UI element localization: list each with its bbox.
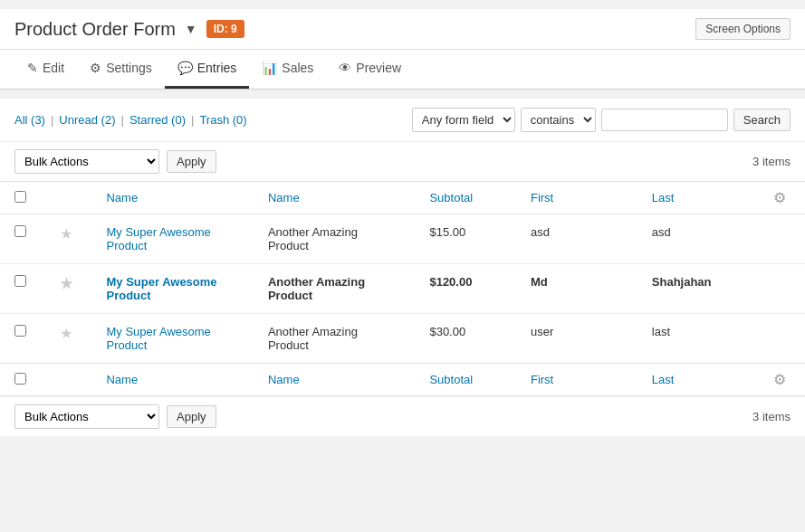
field-filter-select[interactable]: Any form field Name Email xyxy=(412,108,515,132)
star-icon-1[interactable]: ★ xyxy=(60,226,72,242)
tfoot-last: Last xyxy=(637,364,759,396)
row-first-cell: Md xyxy=(516,264,637,314)
row-name-link-3[interactable]: My Super Awesome Product xyxy=(106,325,210,352)
tab-settings-label: Settings xyxy=(106,61,152,75)
condition-filter-select[interactable]: contains is is not xyxy=(521,108,596,132)
tab-sales-label: Sales xyxy=(282,61,313,75)
row-product-cell: Another Amazing Product xyxy=(254,214,415,264)
gear-icon-top[interactable]: ⚙ xyxy=(773,190,786,205)
row-subtotal-value-3: $30.00 xyxy=(429,325,465,338)
row-name-link-1[interactable]: My Super Awesome Product xyxy=(106,225,210,252)
tfoot-product: Name xyxy=(254,364,415,396)
row-last-value-2: Shahjahan xyxy=(652,275,712,289)
select-all-checkbox-bottom[interactable] xyxy=(14,373,26,385)
th-subtotal: Subtotal xyxy=(415,182,516,214)
th-last-link[interactable]: Last xyxy=(652,191,675,204)
bulk-actions-select-bottom[interactable]: Bulk Actions Mark as Read Mark as Unread… xyxy=(14,404,159,429)
apply-button-top[interactable]: Apply xyxy=(167,150,216,173)
tab-preview[interactable]: 👁 Preview xyxy=(326,50,414,89)
tab-entries-label: Entries xyxy=(197,61,237,75)
select-all-checkbox-top[interactable] xyxy=(14,191,26,203)
filter-starred[interactable]: Starred (0) xyxy=(129,113,186,127)
row-checkbox-1[interactable] xyxy=(14,225,26,237)
row-first-value-2: Md xyxy=(531,275,548,289)
tfoot-name: Name xyxy=(91,364,253,396)
items-count-bottom: 3 items xyxy=(752,410,791,423)
table-body: ★ My Super Awesome Product Another Amazi… xyxy=(0,214,805,364)
th-name-link[interactable]: Name xyxy=(106,191,138,204)
row-checkbox-cell xyxy=(0,264,45,314)
tab-entries[interactable]: 💬 Entries xyxy=(165,50,250,89)
tfoot-last-link[interactable]: Last xyxy=(652,373,675,386)
chevron-down-icon[interactable]: ▼ xyxy=(185,22,197,36)
star-icon-2[interactable]: ★ xyxy=(60,276,72,291)
search-button[interactable]: Search xyxy=(733,109,791,131)
tfoot-name-link[interactable]: Name xyxy=(106,373,138,386)
row-subtotal-value-2: $120.00 xyxy=(429,275,472,289)
th-product-link[interactable]: Name xyxy=(268,191,300,204)
tab-edit[interactable]: ✎ Edit xyxy=(14,50,77,89)
separator-2: | xyxy=(120,113,123,127)
tfoot-subtotal-link[interactable]: Subtotal xyxy=(429,373,473,386)
row-last-cell: asd xyxy=(637,214,759,264)
row-subtotal-cell: $120.00 xyxy=(415,264,516,314)
row-name-link-2[interactable]: My Super Awesome Product xyxy=(106,275,216,302)
main-content: All (3) | Unread (2) | Starred (0) | Tra… xyxy=(0,99,805,436)
bulk-actions-select-top[interactable]: Bulk Actions Mark as Read Mark as Unread… xyxy=(14,149,159,174)
table-row: ★ My Super Awesome Product Another Amazi… xyxy=(0,314,805,364)
row-gear-cell xyxy=(759,214,805,264)
th-star xyxy=(45,182,91,214)
row-first-cell: user xyxy=(516,314,637,364)
separator-1: | xyxy=(51,113,53,127)
filter-trash[interactable]: Trash (0) xyxy=(199,113,246,127)
row-checkbox-3[interactable] xyxy=(14,325,26,337)
row-product-value-3: Another Amazing Product xyxy=(268,325,358,352)
row-product-cell: Another Amazing Product xyxy=(254,264,415,314)
search-input[interactable] xyxy=(601,109,728,131)
th-checkbox xyxy=(0,182,45,214)
filter-row: All (3) | Unread (2) | Starred (0) | Tra… xyxy=(0,99,805,142)
table-row: ★ My Super Awesome Product Another Amazi… xyxy=(0,214,805,264)
top-actions-row: Bulk Actions Mark as Read Mark as Unread… xyxy=(0,142,805,181)
star-icon-3[interactable]: ★ xyxy=(60,326,72,341)
row-name-cell: My Super Awesome Product xyxy=(91,314,253,364)
entries-icon: 💬 xyxy=(177,61,193,75)
th-last: Last xyxy=(637,182,759,214)
tabs-bar: ✎ Edit ⚙ Settings 💬 Entries 📊 Sales 👁 Pr… xyxy=(0,50,805,90)
apply-button-bottom[interactable]: Apply xyxy=(167,405,216,428)
row-first-value-1: asd xyxy=(531,225,550,239)
header-bar: Product Order Form ▼ ID: 9 Screen Option… xyxy=(0,9,805,50)
bottom-actions-row: Bulk Actions Mark as Read Mark as Unread… xyxy=(0,396,805,436)
tab-settings[interactable]: ⚙ Settings xyxy=(77,50,165,89)
form-title: Product Order Form xyxy=(14,19,176,40)
entries-table: Name Name Subtotal First Last xyxy=(0,181,805,396)
page-wrapper: Product Order Form ▼ ID: 9 Screen Option… xyxy=(0,0,805,532)
row-product-value-2: Another Amazing Product xyxy=(268,275,365,302)
row-subtotal-cell: $30.00 xyxy=(415,314,516,364)
table-row: ★ My Super Awesome Product Another Amazi… xyxy=(0,264,805,314)
id-badge: ID: 9 xyxy=(206,20,244,38)
table-footer-row: Name Name Subtotal First Last xyxy=(0,364,805,396)
tfoot-first-link[interactable]: First xyxy=(531,373,553,386)
row-name-cell: My Super Awesome Product xyxy=(91,264,253,314)
tfoot-product-link[interactable]: Name xyxy=(268,373,300,386)
row-first-value-3: user xyxy=(531,325,553,338)
row-checkbox-cell xyxy=(0,214,45,264)
row-last-value-3: last xyxy=(652,325,670,338)
th-first: First xyxy=(516,182,637,214)
row-last-cell: last xyxy=(637,314,759,364)
tab-sales[interactable]: 📊 Sales xyxy=(249,50,326,89)
row-gear-cell xyxy=(759,314,805,364)
gear-icon-bottom[interactable]: ⚙ xyxy=(773,372,786,387)
row-star-cell: ★ xyxy=(45,264,91,314)
row-checkbox-2[interactable] xyxy=(14,275,26,287)
screen-options-button[interactable]: Screen Options xyxy=(695,18,791,40)
filter-all[interactable]: All (3) xyxy=(14,113,45,127)
th-first-link[interactable]: First xyxy=(531,191,553,204)
th-subtotal-link[interactable]: Subtotal xyxy=(429,191,473,204)
settings-icon: ⚙ xyxy=(90,61,101,75)
separator-3: | xyxy=(191,113,194,127)
sales-icon: 📊 xyxy=(262,61,277,75)
tab-preview-label: Preview xyxy=(356,61,401,75)
filter-unread[interactable]: Unread (2) xyxy=(59,113,115,127)
